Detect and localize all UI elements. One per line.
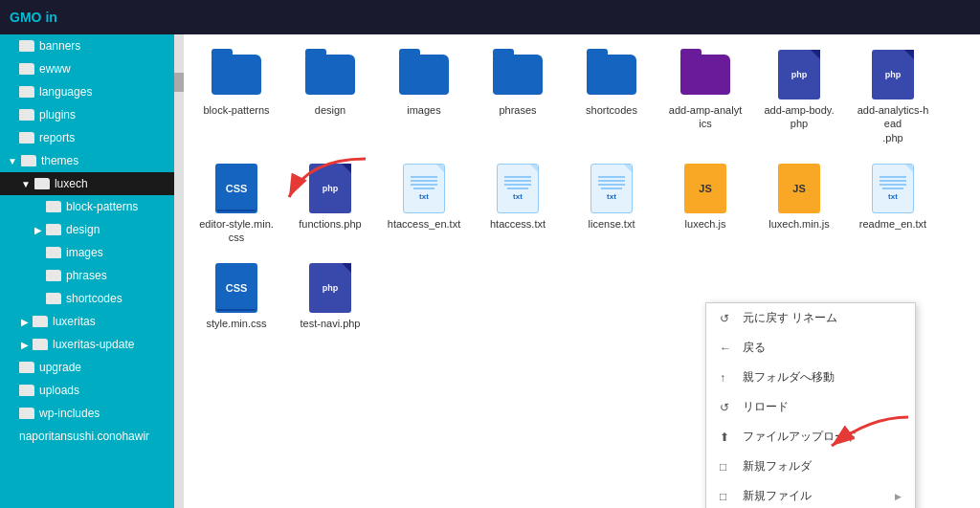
sidebar[interactable]: ▶banners▶ewww▶languages▶plugins▶reports▼… (0, 34, 174, 508)
file-label: style.min.css (207, 317, 267, 330)
sidebar-item-images[interactable]: ▶images (0, 241, 174, 264)
menu-item-icon-file-upload: ⬆ (720, 431, 735, 444)
folder-icon-big (399, 55, 449, 95)
sidebar-label: plugins (39, 108, 76, 121)
context-menu[interactable]: ↺元に戻す リネーム←戻る↑親フォルダへ移動↺リロード⬆ファイルアップロード□新… (705, 302, 916, 508)
context-menu-item-new-folder[interactable]: □新規フォルダ (706, 452, 915, 481)
folder-icon (19, 86, 34, 98)
sidebar-item-naporitan[interactable]: ▶naporitansushi.conohawir (0, 425, 174, 448)
file-item-images-folder[interactable]: images (381, 44, 467, 150)
file-item-htaccess-en[interactable]: txt htaccess_en.txt (381, 158, 467, 251)
sidebar-item-reports[interactable]: ▶reports (0, 126, 174, 149)
sidebar-scrollbar[interactable] (174, 34, 184, 508)
sidebar-item-themes[interactable]: ▼themes (0, 149, 174, 172)
menu-item-label-new-file: 新規ファイル (743, 488, 812, 504)
sidebar-label: block-patterns (66, 200, 138, 213)
sidebar-label: wp-includes (39, 407, 100, 420)
folder-icon (21, 155, 36, 166)
sidebar-item-design[interactable]: ▶design (0, 218, 174, 241)
sidebar-label: themes (41, 154, 78, 167)
sidebar-item-block-patterns[interactable]: ▶block-patterns (0, 195, 174, 218)
file-icon-wrapper (399, 50, 449, 99)
file-item-shortcodes-folder[interactable]: shortcodes (568, 44, 655, 150)
menu-item-icon-undo-rename: ↺ (720, 312, 735, 325)
sidebar-item-banners[interactable]: ▶banners (0, 34, 174, 57)
folder-icon (46, 247, 61, 258)
scrollbar-thumb[interactable] (174, 73, 184, 92)
sidebar-label: reports (39, 131, 75, 144)
folder-icon-big (305, 55, 355, 95)
file-item-phrases-folder[interactable]: phrases (475, 44, 561, 150)
expand-arrow: ▼ (21, 179, 31, 189)
context-menu-item-undo-rename[interactable]: ↺元に戻す リネーム (706, 303, 915, 333)
sidebar-item-upgrade[interactable]: ▶upgrade (0, 356, 174, 379)
file-icon-wrapper: txt (399, 164, 449, 213)
sidebar-item-wp-includes[interactable]: ▶wp-includes (0, 402, 174, 425)
expand-arrow: ▶ (34, 225, 42, 235)
file-icon-wrapper (680, 50, 730, 99)
menu-item-label-reload: リロード (743, 399, 789, 415)
context-menu-item-reload[interactable]: ↺リロード (706, 392, 915, 422)
file-icon-wrapper: php (305, 263, 355, 313)
txt-icon: txt (497, 164, 539, 213)
folder-icon (46, 201, 61, 212)
file-item-block-patterns-folder[interactable]: block-patterns (193, 44, 279, 150)
file-item-htaccess-txt[interactable]: txt htaccess.txt (475, 158, 561, 251)
context-menu-item-file-upload[interactable]: ⬆ファイルアップロード (706, 422, 915, 452)
folder-icon (46, 224, 61, 235)
folder-icon-big (493, 55, 543, 95)
file-item-luxech-js[interactable]: JS luxech.js (662, 158, 748, 251)
sidebar-item-plugins[interactable]: ▶plugins (0, 103, 174, 126)
file-item-license-txt[interactable]: txt license.txt (568, 158, 655, 251)
folder-icon-big (587, 55, 636, 95)
css-icon: CSS (215, 164, 257, 213)
file-item-add-amp-body[interactable]: php add-amp-body.php (756, 44, 842, 150)
file-item-functions-php[interactable]: php functions.php (287, 158, 373, 251)
file-item-luxech-min-js[interactable]: JS luxech.min.js (756, 158, 842, 251)
sidebar-label: design (66, 223, 100, 236)
file-icon-wrapper: php (305, 164, 355, 213)
file-item-design-folder[interactable]: design (287, 44, 373, 150)
js-icon: JS (778, 164, 820, 213)
menu-item-label-parent-folder: 親フォルダへ移動 (743, 369, 835, 386)
file-item-add-analytics-head[interactable]: php add-analytics-head .php (850, 44, 936, 150)
file-icon-wrapper (493, 50, 543, 99)
file-label: htaccess_en.txt (388, 217, 460, 231)
file-label: htaccess.txt (490, 217, 546, 231)
folder-icon (19, 132, 34, 144)
menu-item-icon-back: ← (720, 342, 735, 355)
sidebar-label: images (66, 246, 103, 259)
folder-icon (34, 178, 50, 189)
sidebar-item-phrases[interactable]: ▶phrases (0, 264, 174, 287)
folder-icon (46, 293, 61, 304)
sidebar-label: luxeritas-update (53, 338, 134, 351)
php-icon: php (872, 50, 914, 99)
file-label: phrases (499, 103, 536, 117)
folder-icon (33, 316, 48, 327)
file-item-editor-style[interactable]: CSS editor-style.min.css (193, 158, 279, 251)
folder-icon (46, 270, 61, 281)
file-item-readme-en[interactable]: txt readme_en.txt (850, 158, 936, 251)
file-icon-wrapper (587, 50, 636, 99)
txt-icon: txt (403, 164, 445, 213)
context-menu-item-parent-folder[interactable]: ↑親フォルダへ移動 (706, 363, 915, 392)
sidebar-item-languages[interactable]: ▶languages (0, 80, 174, 103)
file-label: luxech.js (685, 217, 726, 231)
menu-item-icon-parent-folder: ↑ (720, 371, 735, 385)
file-label: add-analytics-head .php (856, 103, 930, 144)
sidebar-item-shortcodes[interactable]: ▶shortcodes (0, 287, 174, 310)
file-item-test-navi-php[interactable]: php test-navi.php (287, 257, 373, 336)
context-menu-item-new-file[interactable]: □新規ファイル (706, 481, 915, 508)
file-item-style-min-css[interactable]: CSS style.min.css (193, 257, 279, 336)
context-menu-item-back[interactable]: ←戻る (706, 333, 915, 363)
sidebar-item-ewww[interactable]: ▶ewww (0, 57, 174, 80)
file-label: luxech.min.js (768, 217, 830, 231)
sidebar-item-uploads[interactable]: ▶uploads (0, 379, 174, 402)
file-label: license.txt (589, 217, 635, 231)
sidebar-item-luxeritas-update[interactable]: ▶luxeritas-update (0, 333, 174, 356)
sidebar-label: banners (39, 39, 80, 53)
sidebar-item-luxeritas[interactable]: ▶luxeritas (0, 310, 174, 333)
file-icon-wrapper (305, 50, 355, 99)
file-item-add-amp-analytics[interactable]: add-amp-analytics (662, 44, 748, 150)
sidebar-item-luxech[interactable]: ▼luxech (0, 172, 174, 195)
